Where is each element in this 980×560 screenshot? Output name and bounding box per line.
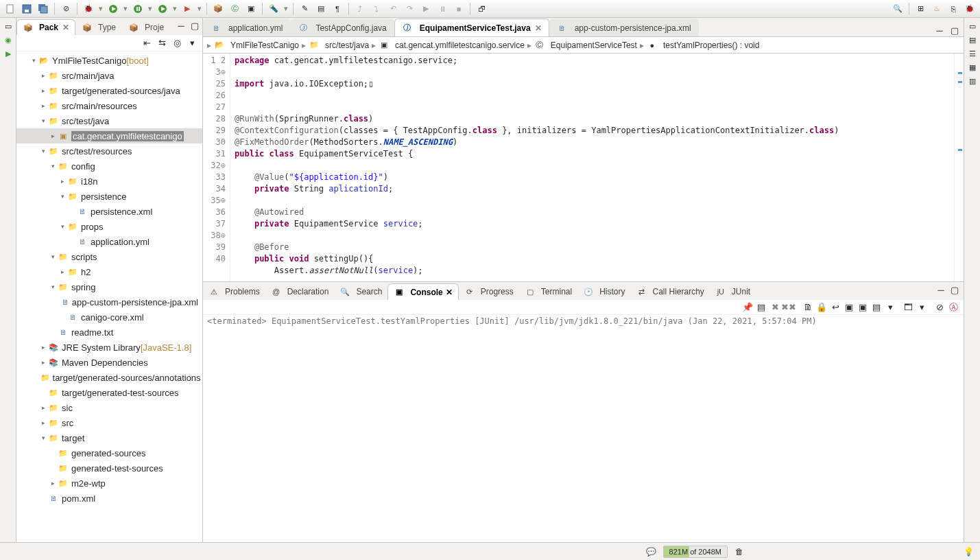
tree-node[interactable]: ▾ 📁 src/test/java	[16, 113, 202, 128]
expand-icon[interactable]	[67, 208, 77, 215]
tree-node[interactable]: ▸ 📁 h2	[16, 264, 202, 279]
expand-icon[interactable]	[48, 329, 58, 336]
skip-breakpoints-icon[interactable]: ⊘	[58, 1, 73, 16]
tree-node[interactable]: ▾ 📁 src/test/resources	[16, 143, 202, 159]
tree-node[interactable]: ▾ 📁 persistence	[16, 189, 202, 204]
view-tab-problems[interactable]: ⚠ Problems	[203, 283, 265, 300]
tree-node[interactable]: ▾ 📁 config	[16, 159, 202, 174]
editor-tab[interactable]: 🗎 app-custom-persistence-jpa.xml	[549, 19, 699, 36]
suspend-icon[interactable]: ⏸	[435, 1, 450, 16]
tree-node[interactable]: ▾ 📁 scripts	[16, 249, 202, 264]
restore-icon[interactable]: ▭	[967, 21, 978, 32]
boot-dash-trim-icon[interactable]: ▶	[3, 48, 14, 59]
task-list-trim-icon[interactable]: ☰	[967, 48, 978, 59]
tree-node[interactable]: 📁 target/generated-test-sources	[16, 385, 202, 400]
search-icon[interactable]: 🔦	[266, 1, 281, 16]
expand-icon[interactable]	[48, 450, 58, 456]
expand-icon[interactable]: ▾	[58, 193, 67, 200]
tree-node[interactable]: 🗎 readme.txt	[16, 325, 202, 340]
expand-icon[interactable]: ▸	[58, 268, 67, 275]
tree-node[interactable]: 📁 generated-sources	[16, 445, 202, 460]
console-output[interactable]: <terminated> EquipamentServiceTest.testY…	[203, 315, 964, 542]
tree-node[interactable]: 🗎 persistence.xml	[16, 204, 202, 219]
project-tree[interactable]: ▾ 📂 YmlFileTestCanigo [boot] ▸ 📁 src/mai…	[16, 51, 202, 542]
markers-trim-icon[interactable]: ▥	[967, 75, 978, 86]
tree-node[interactable]: ▾ 📁 props	[16, 219, 202, 234]
tree-node[interactable]: ▾ 📁 spring	[16, 279, 202, 294]
expand-icon[interactable]	[67, 238, 77, 245]
debug-icon[interactable]: 🐞	[81, 1, 96, 16]
debug-perspective-icon[interactable]: 🐞	[962, 1, 977, 16]
lightbulb-icon[interactable]: 💡	[962, 546, 975, 558]
view-menu-icon[interactable]: ▾	[186, 37, 198, 49]
breadcrumb-item[interactable]: 📁 src/test/java	[309, 40, 369, 51]
open-perspective-icon[interactable]: ⊞	[913, 1, 928, 16]
expand-icon[interactable]: ▸	[38, 419, 48, 426]
coverage-icon[interactable]	[130, 1, 145, 16]
new-package-icon[interactable]: 📦	[211, 1, 226, 16]
tree-node[interactable]: ▸ 📁 i18n	[16, 174, 202, 189]
run-icon[interactable]	[106, 1, 121, 16]
tree-node[interactable]: ▸ 📚 Maven Dependencies	[16, 355, 202, 370]
editor-tab[interactable]: Ⓙ EquipamentServiceTest.java ✕	[394, 19, 549, 36]
expand-icon[interactable]: ▸	[38, 72, 48, 79]
chevron-down-icon[interactable]: ▾	[171, 1, 178, 16]
expand-icon[interactable]: ▾	[48, 253, 58, 260]
chevron-down-icon[interactable]: ▾	[916, 301, 928, 314]
relaunch-icon[interactable]: 🗗	[474, 1, 489, 16]
minimize-icon[interactable]: ─	[933, 24, 946, 36]
expand-icon[interactable]	[38, 389, 48, 396]
save-icon[interactable]	[19, 1, 34, 16]
view-tab-terminal[interactable]: ▢ Terminal	[519, 283, 577, 300]
chevron-down-icon[interactable]: ▾	[283, 1, 289, 16]
team-perspective-icon[interactable]: ⎘	[946, 1, 961, 16]
ansi-colors-icon[interactable]: Ⓐ	[947, 301, 959, 314]
heap-status[interactable]: 821M of 2048M	[663, 546, 728, 558]
tree-node[interactable]: 📁 generated-test-sources	[16, 460, 202, 476]
view-tab-pack[interactable]: 📦 Pack ✕	[16, 19, 75, 35]
tree-node[interactable]: ▸ 📁 target/generated-sources/java	[16, 83, 202, 98]
expand-icon[interactable]: ▸	[38, 344, 48, 351]
tree-node[interactable]: ▸ 📁 sic	[16, 400, 202, 415]
chevron-down-icon[interactable]: ▾	[884, 301, 896, 314]
chevron-down-icon[interactable]: ▾	[147, 1, 154, 16]
tree-node[interactable]: ▸ 📚 JRE System Library [JavaSE-1.8]	[16, 340, 202, 355]
display-selected-icon[interactable]: ▤	[755, 301, 767, 314]
servers-trim-icon[interactable]: ◉	[3, 34, 14, 45]
expand-icon[interactable]: ▸	[38, 87, 48, 94]
expand-icon[interactable]: ▸	[38, 359, 48, 366]
drop-frame-icon[interactable]: ↶	[385, 1, 401, 16]
tree-node[interactable]: 🗎 canigo-core.xml	[16, 310, 202, 325]
tree-node[interactable]: 🗎 pom.xml	[16, 491, 202, 506]
expand-icon[interactable]	[48, 465, 58, 471]
maximize-icon[interactable]: ▢	[948, 24, 961, 36]
code-area[interactable]: package cat.gencat.ymlfiletestcanigo.ser…	[230, 54, 954, 281]
save-all-icon[interactable]	[36, 1, 51, 16]
tree-node[interactable]: 📁 target/generated-sources/annotations	[16, 370, 202, 385]
view-tab-search[interactable]: 🔍 Search	[334, 283, 387, 300]
pin-console-icon[interactable]: 📌	[741, 301, 754, 314]
new-console-icon[interactable]: ▤	[870, 301, 883, 314]
toggle-block-icon[interactable]: ▤	[313, 1, 328, 16]
word-wrap-icon[interactable]: ↩	[829, 301, 841, 314]
view-tab-progress[interactable]: ⟳ Progress	[459, 283, 519, 300]
stop-icon[interactable]: ⊘	[933, 301, 946, 314]
tree-node[interactable]: ▸ 📁 src/main/resources	[16, 98, 202, 113]
breadcrumb-item[interactable]: 📂 YmlFileTestCanigo	[214, 40, 299, 51]
new-server-icon[interactable]: ▣	[243, 1, 259, 16]
step-icon[interactable]: ↷	[402, 1, 417, 16]
maximize-icon[interactable]: ▢	[189, 19, 201, 32]
tree-node[interactable]: 🗎 app-custom-persistence-jpa.xml	[16, 294, 202, 310]
remove-all-icon[interactable]: ✖✖	[782, 301, 795, 314]
link-editor-icon[interactable]: ⇆	[156, 37, 168, 49]
focus-icon[interactable]: ◎	[171, 37, 183, 49]
expand-icon[interactable]: ▾	[29, 57, 38, 64]
expand-icon[interactable]: ▾	[38, 148, 48, 154]
expand-icon[interactable]: ▾	[38, 434, 48, 441]
tip-icon[interactable]: 💬	[645, 546, 658, 558]
step-over-icon[interactable]: ⤵	[369, 1, 384, 16]
breadcrumb-item[interactable]: Ⓒ EquipamentServiceTest	[534, 40, 637, 51]
expand-icon[interactable]: ▸	[58, 178, 67, 185]
chevron-down-icon[interactable]: ▾	[122, 1, 129, 16]
toggle-mark-icon[interactable]: ✎	[297, 1, 312, 16]
